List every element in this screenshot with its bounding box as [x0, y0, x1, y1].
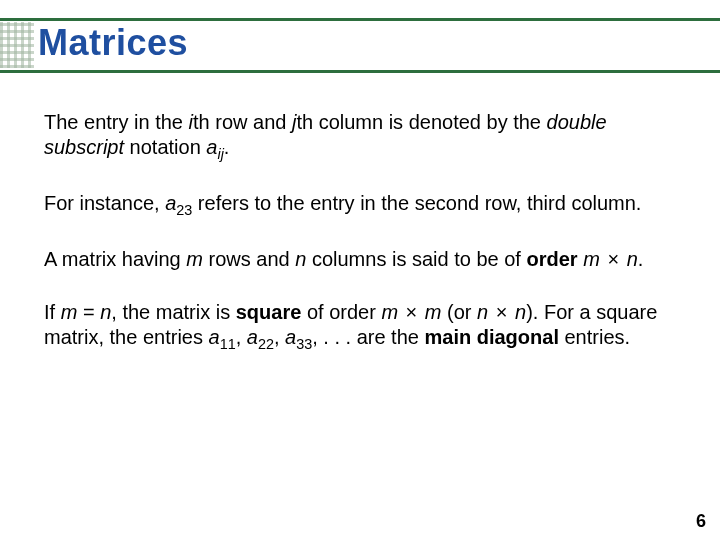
text: notation [124, 136, 206, 158]
text: . [224, 136, 230, 158]
text: . [638, 248, 644, 270]
text: entries. [559, 326, 630, 348]
text: th row and [193, 111, 292, 133]
header-decoration [0, 22, 34, 68]
header-rule-bottom [0, 70, 720, 73]
var-a: a [285, 326, 296, 348]
var-m: m [381, 301, 398, 323]
var-m: m [61, 301, 78, 323]
text: (or [442, 301, 478, 323]
var-a: a [165, 192, 176, 214]
text: , [274, 326, 285, 348]
paragraph-2: For instance, a23 refers to the entry in… [44, 191, 676, 219]
text: , [236, 326, 247, 348]
term-order: order [526, 248, 577, 270]
var-n: n [627, 248, 638, 270]
times-icon: × [488, 301, 515, 323]
text: For instance, [44, 192, 165, 214]
var-a: a [206, 136, 217, 158]
header-rule-top [0, 18, 720, 21]
paragraph-1: The entry in the ith row and jth column … [44, 110, 676, 163]
text: A matrix having [44, 248, 186, 270]
text: rows and [203, 248, 295, 270]
term-main-diagonal: main diagonal [424, 326, 558, 348]
times-icon: × [600, 248, 627, 270]
paragraph-4: If m = n, the matrix is square of order … [44, 300, 676, 353]
var-n: n [295, 248, 306, 270]
term-square: square [236, 301, 302, 323]
var-a: a [209, 326, 220, 348]
subscript-22: 22 [258, 336, 274, 352]
subscript-33: 33 [296, 336, 312, 352]
text: th column is denoted by the [296, 111, 546, 133]
times-icon: × [398, 301, 425, 323]
var-m: m [425, 301, 442, 323]
text: , . . . are the [312, 326, 424, 348]
var-m: m [583, 248, 600, 270]
text: , the matrix is [111, 301, 235, 323]
var-n: n [100, 301, 111, 323]
subscript-11: 11 [220, 336, 236, 352]
var-m: m [186, 248, 203, 270]
slide-body: The entry in the ith row and jth column … [44, 110, 676, 381]
var-n: n [477, 301, 488, 323]
page-number: 6 [696, 511, 706, 532]
slide-title: Matrices [38, 22, 188, 64]
var-n: n [515, 301, 526, 323]
text: of order [301, 301, 381, 323]
text: = [77, 301, 100, 323]
text: columns is said to be of [306, 248, 526, 270]
paragraph-3: A matrix having m rows and n columns is … [44, 247, 676, 272]
text: The entry in the [44, 111, 189, 133]
text: If [44, 301, 61, 323]
subscript-23: 23 [176, 202, 192, 218]
var-a: a [247, 326, 258, 348]
text: refers to the entry in the second row, t… [192, 192, 641, 214]
